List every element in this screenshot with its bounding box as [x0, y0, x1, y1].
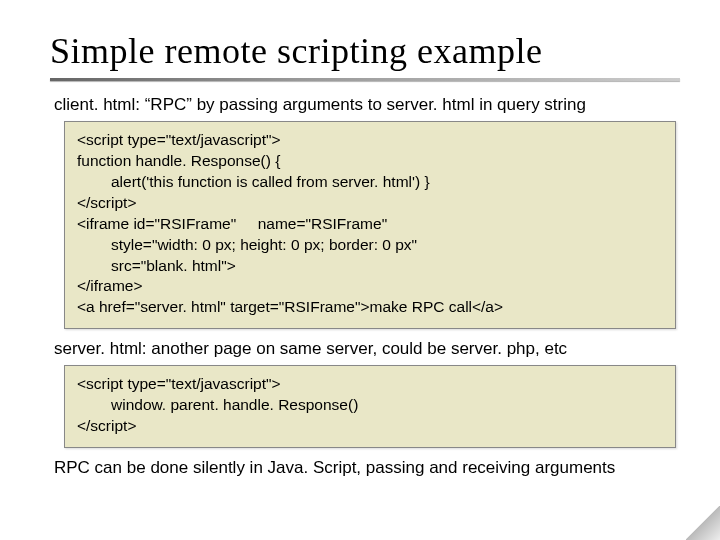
code-line: src="blank. html">	[77, 256, 663, 277]
code-line: <script type="text/javascript">	[77, 130, 663, 151]
slide: Simple remote scripting example client. …	[0, 0, 720, 498]
code-line: </script>	[77, 193, 663, 214]
code-line: alert('this function is called from serv…	[77, 172, 663, 193]
client-code-block: <script type="text/javascript"> function…	[64, 121, 676, 329]
code-line: <iframe id="RSIFrame" name="RSIFrame"	[77, 214, 663, 235]
code-line: </iframe>	[77, 276, 663, 297]
footer-note: RPC can be done silently in Java. Script…	[54, 458, 680, 478]
code-line: style="width: 0 px; height: 0 px; border…	[77, 235, 663, 256]
server-code-block: <script type="text/javascript"> window. …	[64, 365, 676, 448]
code-line: </script>	[77, 416, 663, 437]
client-heading: client. html: “RPC” by passing arguments…	[54, 95, 676, 115]
server-heading: server. html: another page on same serve…	[54, 339, 676, 359]
page-title: Simple remote scripting example	[50, 30, 680, 72]
code-line: window. parent. handle. Response()	[77, 395, 663, 416]
title-underline	[50, 78, 680, 81]
code-line: <script type="text/javascript">	[77, 374, 663, 395]
code-line: function handle. Response() {	[77, 151, 663, 172]
code-line: <a href="server. html" target="RSIFrame"…	[77, 297, 663, 318]
page-corner-fold-icon	[686, 506, 720, 540]
